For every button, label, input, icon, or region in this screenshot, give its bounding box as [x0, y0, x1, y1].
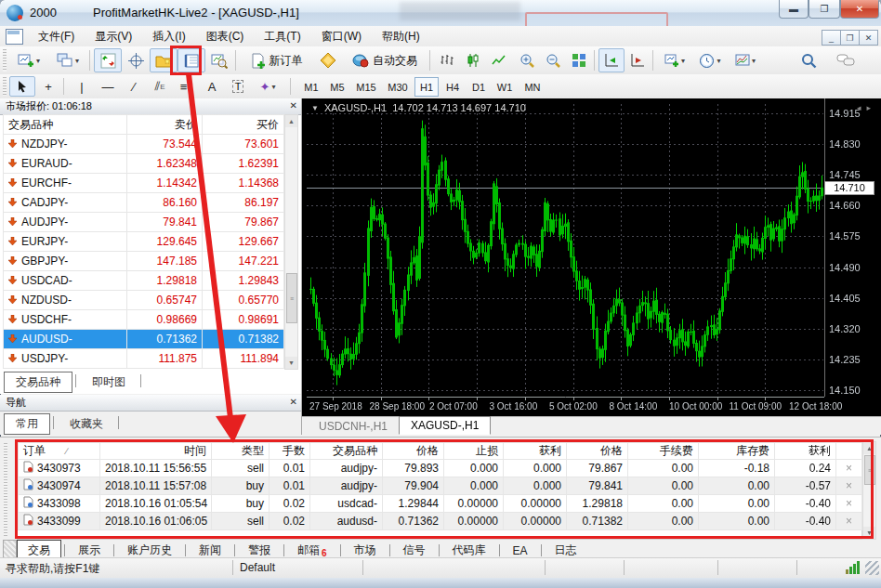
- profiles-button[interactable]: ▾: [48, 48, 87, 72]
- orders-column-库存费[interactable]: 库存费: [699, 443, 775, 460]
- vertical-line-tool-button[interactable]: |: [69, 76, 95, 97]
- scroll-down-icon[interactable]: ▼: [285, 357, 297, 369]
- orders-column-时间[interactable]: 时间: [100, 443, 212, 460]
- zoom-out-button[interactable]: [540, 48, 566, 72]
- navigator-toggle-button[interactable]: [150, 48, 178, 72]
- new-chart-button[interactable]: ▾: [9, 48, 48, 72]
- trendline-tool-button[interactable]: ∕: [121, 76, 147, 97]
- column-bid[interactable]: 卖价: [127, 115, 203, 135]
- order-close-icon[interactable]: ×: [836, 495, 862, 513]
- navigator-tab-收藏夹[interactable]: 收藏夹: [58, 413, 115, 435]
- toolbar-gripper[interactable]: [3, 49, 7, 72]
- orders-column-交易品种[interactable]: 交易品种: [310, 443, 383, 460]
- market-watch-row[interactable]: AUDUSD-0.713620.71382: [4, 330, 284, 349]
- orders-column-获利[interactable]: 获利: [504, 443, 567, 460]
- market-watch-row[interactable]: CADJPY-86.16086.197: [4, 193, 284, 213]
- terminal-tabs-gripper[interactable]: [3, 540, 17, 559]
- menu-item-图表(C)[interactable]: 图表(C): [196, 26, 255, 46]
- market-watch-row[interactable]: USDCAD-1.298181.29843: [4, 271, 284, 291]
- market-watch-row[interactable]: AUDJPY-79.84179.867: [4, 213, 284, 232]
- market-watch-tab-交易品种[interactable]: 交易品种: [4, 372, 72, 393]
- timeframe-D1[interactable]: D1: [467, 77, 491, 97]
- order-row[interactable]: 34309732018.10.11 15:56:55sell0.01audjpy…: [19, 460, 862, 477]
- chart-tab-scroll-arrows[interactable]: ◂▸: [857, 103, 876, 112]
- candlestick-mode-button[interactable]: [460, 48, 486, 72]
- indicators-button[interactable]: ▾: [657, 48, 692, 72]
- menu-item-工具(T)[interactable]: 工具(T): [254, 26, 310, 46]
- menu-item-文件(F)[interactable]: 文件(F): [28, 26, 85, 46]
- terminal-scrollbar[interactable]: ▲ ≡ ▼: [862, 441, 876, 540]
- zoom-in-button[interactable]: [514, 48, 540, 72]
- horizontal-line-tool-button[interactable]: —: [95, 76, 121, 97]
- crosshair-tool-button[interactable]: +: [35, 76, 61, 97]
- market-watch-row[interactable]: NZDUSD-0.657470.65770: [4, 291, 284, 310]
- orders-column-订单[interactable]: 订单∕: [19, 443, 100, 460]
- chart-tab-XAGUSD-,H1[interactable]: XAGUSD-,H1: [399, 416, 491, 435]
- metaeditor-button[interactable]: [314, 48, 342, 72]
- orders-column-止损[interactable]: 止损: [444, 443, 504, 460]
- scroll-up-icon[interactable]: ▲: [863, 442, 875, 454]
- orders-header-row[interactable]: 订单∕时间类型手数交易品种价格止损获利价格手续费库存费获利: [19, 443, 862, 460]
- column-symbol[interactable]: 交易品种: [4, 115, 127, 135]
- order-close-icon[interactable]: ×: [836, 513, 862, 530]
- timeframe-M1[interactable]: M1: [299, 77, 323, 97]
- search-button[interactable]: [796, 48, 822, 72]
- timeframe-MN[interactable]: MN: [519, 77, 546, 97]
- text-label-tool-button[interactable]: T: [225, 76, 251, 97]
- restore-button[interactable]: ❐: [809, 0, 840, 19]
- terminal-toggle-button[interactable]: [178, 48, 205, 72]
- timeframe-M5[interactable]: M5: [325, 77, 349, 97]
- close-button[interactable]: ✕: [840, 0, 879, 19]
- auto-scroll-button[interactable]: [598, 48, 625, 72]
- chat-button[interactable]: [831, 48, 861, 72]
- orders-column-获利[interactable]: 获利: [775, 443, 836, 460]
- chart-restore-button[interactable]: ❐: [840, 30, 860, 46]
- scrollbar-thumb[interactable]: ≡: [286, 273, 297, 323]
- market-watch-row[interactable]: EURCHF-1.143421.14368: [4, 174, 284, 193]
- timeframe-H4[interactable]: H4: [440, 77, 465, 97]
- text-tool-button[interactable]: A: [199, 76, 225, 97]
- orders-column-类型[interactable]: 类型: [212, 443, 270, 460]
- templates-button[interactable]: ▾: [728, 48, 763, 72]
- toolbar-gripper[interactable]: [3, 77, 7, 96]
- orders-column-价格[interactable]: 价格: [383, 443, 444, 460]
- fibonacci-tool-button[interactable]: ≡F: [173, 76, 199, 97]
- scrollbar-thumb[interactable]: ≡: [864, 455, 875, 485]
- scroll-down-icon[interactable]: ▼: [863, 527, 875, 539]
- chart-minimize-button[interactable]: _: [822, 30, 841, 46]
- channel-tool-button[interactable]: ⫽E: [147, 76, 173, 97]
- bar-chart-mode-button[interactable]: [434, 48, 460, 72]
- new-order-button[interactable]: 新订单: [240, 48, 312, 72]
- timeframe-M15[interactable]: M15: [351, 77, 381, 97]
- market-watch-row[interactable]: USDJPY-111.875111.894: [4, 349, 284, 369]
- strategy-tester-button[interactable]: [205, 48, 233, 72]
- timeframe-H1[interactable]: H1: [414, 77, 439, 97]
- cursor-tool-button[interactable]: [9, 76, 35, 97]
- market-watch-header-row[interactable]: 交易品种 卖价 买价: [4, 115, 284, 135]
- market-watch-row[interactable]: USDCHF-0.986690.98691: [4, 310, 284, 330]
- minimize-button[interactable]: ▬: [779, 0, 809, 19]
- market-watch-row[interactable]: EURAUD-1.623481.62391: [4, 154, 284, 174]
- orders-column-手数[interactable]: 手数: [270, 443, 310, 460]
- menu-item-显示(V)[interactable]: 显示(V): [85, 26, 142, 46]
- orders-column-手续费[interactable]: 手续费: [628, 443, 699, 460]
- column-ask[interactable]: 买价: [203, 115, 284, 135]
- timeframe-W1[interactable]: W1: [493, 77, 517, 97]
- menu-item-插入(I)[interactable]: 插入(I): [142, 26, 195, 46]
- chart-system-menu-icon[interactable]: [6, 29, 23, 45]
- chart-tab-USDCNH-,H1[interactable]: USDCNH-,H1: [308, 418, 399, 435]
- market-watch-row[interactable]: NZDJPY-73.54473.601: [4, 135, 284, 154]
- orders-column-close[interactable]: [836, 443, 862, 460]
- market-watch-scrollbar[interactable]: ▲ ≡ ▼: [284, 114, 298, 370]
- resize-grip[interactable]: [865, 561, 879, 575]
- title-bar[interactable]: 2000 ProfitMarketHK-Live2 - [XAGUSD-,H1]…: [0, 0, 881, 26]
- arrows-tool-button[interactable]: ✦▾: [251, 76, 284, 97]
- market-watch-close-icon[interactable]: ✕: [290, 100, 297, 111]
- order-row[interactable]: 34330992018.10.16 01:06:05sell0.02audusd…: [19, 513, 862, 530]
- order-row[interactable]: 34330982018.10.16 01:05:54buy0.02usdcad-…: [19, 495, 862, 513]
- price-chart[interactable]: [307, 98, 881, 416]
- order-close-icon[interactable]: ×: [836, 477, 862, 495]
- auto-trading-button[interactable]: 自动交易: [342, 48, 427, 72]
- terminal-gripper[interactable]: [4, 443, 7, 536]
- market-watch-toggle-button[interactable]: [94, 48, 122, 72]
